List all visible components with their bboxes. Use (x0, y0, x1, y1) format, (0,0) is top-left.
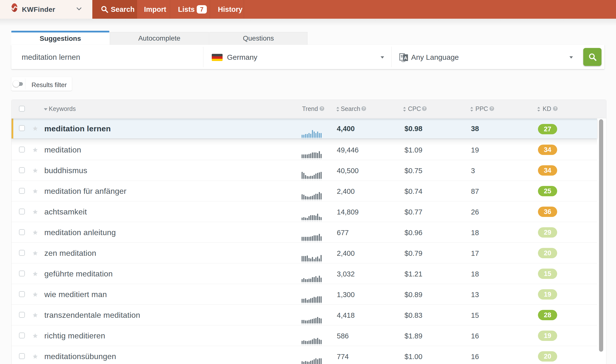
svg-text:A: A (404, 55, 407, 61)
